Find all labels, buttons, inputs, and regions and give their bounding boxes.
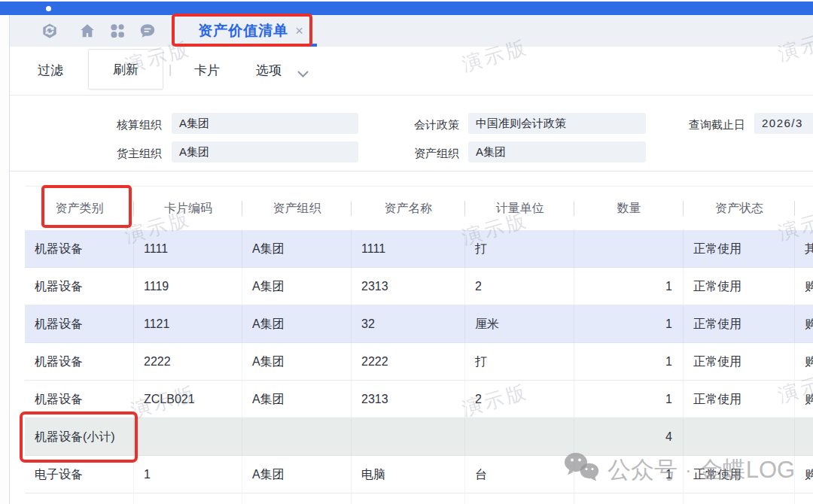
tab-asset-value-list[interactable]: 资产价值清单 × (183, 15, 318, 47)
cell-quantity[interactable]: 1 (574, 456, 684, 493)
column-header-asset-org[interactable]: 资产组织 (242, 187, 352, 230)
cell-asset-name[interactable]: 电脑 (352, 456, 465, 493)
cell-quantity[interactable] (574, 230, 684, 268)
cell-unit[interactable] (465, 418, 574, 456)
cell-asset-status[interactable] (684, 418, 795, 456)
card-button[interactable]: 卡片 (180, 47, 234, 95)
accounting-org-input[interactable]: A集团 (172, 113, 358, 134)
cell-asset-status[interactable]: 正常使用 (684, 268, 795, 305)
table-row[interactable]: 电子设备 1 A集团 电脑 台 1 正常使用 购 (25, 456, 813, 493)
cell-asset-name[interactable]: 2222 (352, 343, 465, 381)
subtotal-cell[interactable]: 机器设备(小计) (25, 418, 134, 456)
cell-partial[interactable]: 购 (795, 343, 813, 381)
table-row[interactable]: 机器设备 1119 A集团 2313 2 1 正常使用 购 (25, 268, 813, 305)
cell-unit[interactable]: 打 (465, 343, 574, 381)
table-row[interactable]: 机器设备 2222 A集团 2222 打 1 正常使用 购 (25, 343, 813, 381)
cell-card-code[interactable]: 1111 (134, 230, 242, 268)
cell-partial[interactable]: 购 (795, 381, 813, 418)
toolbar-separator: | (163, 47, 178, 95)
table-row[interactable]: 机器设备 1121 A集团 32 厘米 1 正常使用 购 (25, 305, 813, 343)
cell-partial[interactable]: 购 (795, 456, 813, 493)
cell-unit[interactable]: 2 (465, 381, 574, 418)
owner-org-input[interactable]: A集团 (172, 141, 358, 162)
cell-quantity[interactable]: 1 (574, 343, 684, 381)
column-header-asset-category[interactable]: 资产类别 (25, 187, 134, 230)
cell-asset-name[interactable]: 2313 (352, 268, 465, 305)
cell-asset-org[interactable]: A集团 (242, 343, 352, 381)
title-bar-dot (46, 6, 51, 11)
options-button[interactable]: 选项 (242, 47, 296, 95)
accounting-org-label: 核算组织 (90, 114, 162, 135)
cell-asset-org[interactable]: A集团 (242, 305, 352, 343)
cell-asset-category[interactable]: 机器设备 (25, 343, 134, 381)
cell-card-code[interactable]: 1 (134, 456, 242, 493)
cell-unit[interactable]: 台 (465, 456, 574, 493)
cell-partial[interactable]: 购 (795, 268, 813, 305)
refresh-button[interactable]: 刷新 (88, 49, 163, 90)
cell-asset-name[interactable]: 2313 (352, 381, 465, 418)
cell-quantity[interactable]: 1 (574, 305, 684, 343)
cell-asset-status[interactable]: 正常使用 (684, 343, 795, 381)
column-header-asset-status[interactable]: 资产状态 (684, 187, 795, 230)
cell-asset-org[interactable]: A集团 (242, 230, 352, 268)
top-title-bar (0, 2, 813, 15)
cell-asset-category[interactable]: 机器设备 (25, 268, 134, 305)
home-icon[interactable] (79, 23, 96, 39)
cell-asset-status[interactable]: 正常使用 (684, 381, 795, 418)
cell-asset-status[interactable]: 正常使用 (684, 456, 795, 493)
cell-card-code[interactable]: ZCLB021 (134, 381, 242, 418)
filter-button[interactable]: 过滤 (23, 47, 78, 95)
cell-asset-org[interactable]: A集团 (242, 268, 352, 305)
cell-asset-org[interactable]: A集团 (242, 456, 352, 493)
apps-icon[interactable] (109, 23, 126, 39)
toolbar: 过滤 刷新 | 卡片 选项 (10, 47, 813, 96)
cell-partial[interactable]: 购 (795, 305, 813, 343)
tab-bar: 资产价值清单 × (10, 15, 813, 47)
cell-asset-org[interactable] (242, 418, 352, 456)
cell-asset-category[interactable]: 电子设备 (25, 456, 134, 493)
subtotal-quantity[interactable]: 4 (574, 418, 684, 456)
column-header-partial[interactable] (795, 187, 813, 230)
table-row-partial (25, 493, 813, 504)
cell-unit[interactable]: 厘米 (465, 305, 574, 343)
left-gutter (0, 15, 10, 504)
cell-unit[interactable]: 2 (465, 268, 574, 305)
subtotal-row[interactable]: 机器设备(小计) 4 (25, 418, 813, 456)
tab-label: 资产价值清单 (198, 21, 288, 41)
asset-org-input[interactable]: A集团 (468, 141, 646, 162)
cell-asset-category[interactable]: 机器设备 (25, 230, 134, 268)
accounting-policy-input[interactable]: 中国准则会计政策 (468, 113, 646, 134)
cell-quantity[interactable]: 1 (574, 268, 684, 305)
cell-card-code[interactable] (134, 418, 242, 456)
cell-partial[interactable] (795, 418, 813, 456)
cell-asset-category[interactable]: 机器设备 (25, 305, 134, 343)
column-header-unit[interactable]: 计量单位 (465, 187, 574, 230)
cell-card-code[interactable]: 1119 (134, 268, 242, 305)
cell-asset-category[interactable]: 机器设备 (25, 381, 134, 418)
cell-asset-status[interactable]: 正常使用 (684, 230, 795, 268)
cell-asset-org[interactable]: A集团 (242, 381, 352, 418)
app-window: 资产价值清单 × 过滤 刷新 | 卡片 选项 核算组织 A集团 货主组织 A集团… (0, 0, 813, 504)
table-row[interactable]: 机器设备 ZCLB021 A集团 2313 2 1 正常使用 购 (25, 381, 813, 418)
cell-asset-status[interactable]: 正常使用 (684, 305, 795, 343)
cell-quantity[interactable]: 1 (574, 381, 684, 418)
cell-asset-name[interactable]: 1111 (352, 230, 465, 268)
form-table-divider (10, 171, 813, 172)
cell-partial[interactable]: 其 (795, 230, 813, 268)
sync-icon[interactable] (41, 23, 58, 39)
column-header-quantity[interactable]: 数量 (574, 187, 684, 230)
asset-table: 资产类别 卡片编码 资产组织 资产名称 计量单位 数量 资产状态 机器设备 11… (25, 186, 813, 504)
message-icon[interactable] (139, 23, 156, 39)
cell-card-code[interactable]: 2222 (134, 343, 242, 381)
cell-asset-name[interactable] (352, 418, 465, 456)
cell-card-code[interactable]: 1121 (134, 305, 242, 343)
column-header-asset-name[interactable]: 资产名称 (352, 187, 465, 230)
cell-unit[interactable]: 打 (465, 230, 574, 268)
table-row[interactable]: 机器设备 1111 A集团 1111 打 正常使用 其 (25, 230, 813, 268)
chevron-down-icon[interactable] (297, 68, 309, 81)
query-cutoff-date-input[interactable]: 2026/3 (754, 113, 813, 134)
accounting-policy-label: 会计政策 (388, 114, 459, 135)
column-header-card-code[interactable]: 卡片编码 (134, 187, 242, 230)
tab-close-icon[interactable]: × (295, 24, 303, 38)
cell-asset-name[interactable]: 32 (352, 305, 465, 343)
